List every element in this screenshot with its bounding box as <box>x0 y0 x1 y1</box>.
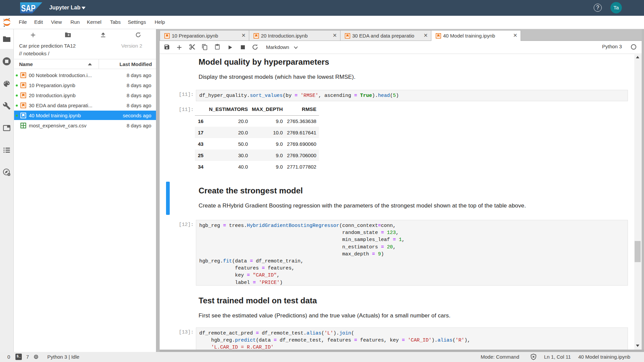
svg-text:SAP: SAP <box>21 3 36 13</box>
